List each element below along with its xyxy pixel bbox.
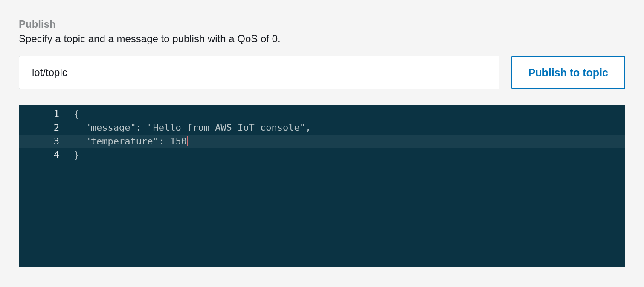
publish-heading: Publish <box>19 18 625 30</box>
code-line: 4 } <box>19 148 625 162</box>
code-content[interactable]: "temperature": 150 <box>67 135 188 148</box>
topic-input[interactable] <box>19 56 499 89</box>
line-number: 1 <box>19 107 67 121</box>
publish-description: Specify a topic and a message to publish… <box>19 33 625 45</box>
code-line: 2 "message": "Hello from AWS IoT console… <box>19 121 625 135</box>
code-content[interactable]: { <box>67 107 79 121</box>
editor-cursor <box>187 136 188 146</box>
publish-input-row: Publish to topic <box>19 56 625 89</box>
message-payload-editor[interactable]: 1 { 2 "message": "Hello from AWS IoT con… <box>19 105 625 267</box>
code-line: 3 "temperature": 150 <box>19 135 625 148</box>
publish-panel: Publish Specify a topic and a message to… <box>0 0 644 284</box>
code-line: 1 { <box>19 105 625 121</box>
code-content[interactable]: } <box>67 148 79 162</box>
publish-to-topic-button[interactable]: Publish to topic <box>511 56 626 89</box>
line-number: 3 <box>19 135 67 148</box>
line-number: 4 <box>19 148 67 162</box>
code-content[interactable]: "message": "Hello from AWS IoT console", <box>67 121 311 135</box>
line-number: 2 <box>19 121 67 135</box>
